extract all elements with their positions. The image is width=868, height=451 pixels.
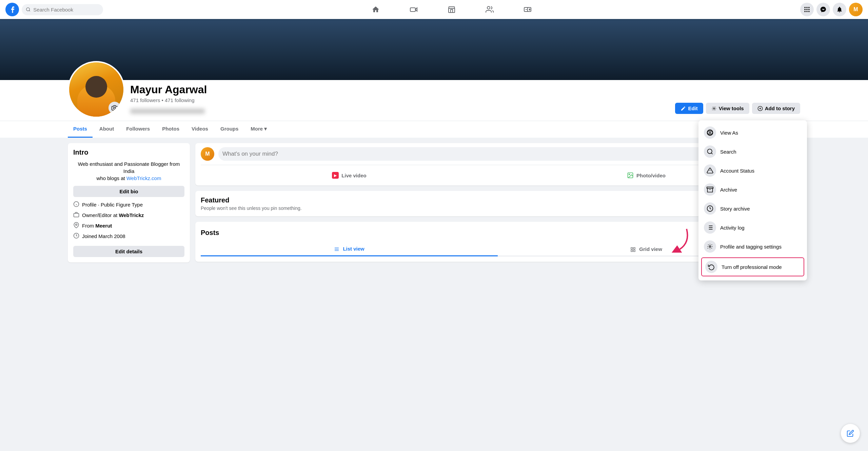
navbar-center xyxy=(106,1,797,18)
svg-rect-18 xyxy=(806,11,807,12)
view-as-icon xyxy=(704,126,716,139)
svg-point-21 xyxy=(713,108,715,109)
svg-rect-42 xyxy=(631,250,633,252)
archive-icon xyxy=(704,183,716,196)
tab-about[interactable]: About xyxy=(94,121,119,138)
nav-gaming[interactable] xyxy=(509,1,547,18)
profile-actions: Edit View tools Add to story xyxy=(675,103,800,118)
menu-item-account-status[interactable]: Account Status xyxy=(698,161,807,180)
profile-section: Mayur Agarwal 471 followers • 471 follow… xyxy=(0,80,868,118)
archive-label: Archive xyxy=(720,187,737,193)
story-archive-icon xyxy=(704,202,716,215)
view-tools-button[interactable]: View tools xyxy=(706,103,749,114)
menu-item-view-as[interactable]: View As xyxy=(698,123,807,142)
info-profile-type: Profile · Public Figure Type xyxy=(73,201,184,208)
live-video-button[interactable]: ▶ Live video xyxy=(201,169,498,181)
svg-point-10 xyxy=(529,9,530,10)
cover-area xyxy=(0,19,868,80)
svg-rect-19 xyxy=(808,11,809,12)
turn-off-pro-label: Turn off professional mode xyxy=(722,264,782,270)
story-archive-label: Story archive xyxy=(720,206,750,212)
menu-item-turn-off-pro[interactable]: Turn off professional mode xyxy=(701,257,804,273)
work-icon xyxy=(73,212,79,219)
navbar-right: M xyxy=(800,3,863,16)
notifications-button[interactable] xyxy=(833,3,846,16)
user-avatar-button[interactable]: M xyxy=(849,3,863,16)
add-to-story-button[interactable]: Add to story xyxy=(752,103,800,114)
svg-line-2 xyxy=(29,11,30,12)
search-menu-icon xyxy=(704,145,716,158)
svg-rect-5 xyxy=(449,8,455,13)
menu-item-archive[interactable]: Archive xyxy=(698,180,807,199)
messenger-button[interactable] xyxy=(816,3,830,16)
menu-item-story-archive[interactable]: Story archive xyxy=(698,199,807,218)
svg-rect-50 xyxy=(707,187,713,189)
navbar: M xyxy=(0,0,868,19)
edit-bio-button[interactable]: Edit bio xyxy=(73,186,184,197)
posts-title: Posts xyxy=(201,229,219,237)
bio-link[interactable]: WebTrickz.com xyxy=(126,175,161,181)
activity-log-icon xyxy=(704,221,716,234)
tabs-list: Posts About Followers Photos Videos Grou… xyxy=(68,121,272,138)
profile-followers: 471 followers • 471 following xyxy=(130,97,670,103)
left-column: Intro Web enthusiast and Passionate Blog… xyxy=(68,143,190,268)
view-as-label: View As xyxy=(720,130,738,136)
svg-rect-11 xyxy=(805,7,806,8)
svg-rect-12 xyxy=(806,7,807,8)
tab-groups[interactable]: Groups xyxy=(215,121,244,138)
profile-name: Mayur Agarwal xyxy=(130,83,670,96)
edit-details-button[interactable]: Edit details xyxy=(73,246,184,257)
search-icon xyxy=(26,7,31,12)
search-input[interactable] xyxy=(33,7,99,13)
svg-point-33 xyxy=(629,174,630,175)
info-location: From Meerut xyxy=(73,222,184,229)
tab-posts[interactable]: Posts xyxy=(68,121,93,138)
svg-line-47 xyxy=(711,153,713,154)
live-icon: ▶ xyxy=(332,172,339,179)
profile-tagging-icon xyxy=(704,240,716,253)
menu-item-activity-log[interactable]: Activity log xyxy=(698,218,807,237)
tab-followers[interactable]: Followers xyxy=(121,121,155,138)
svg-point-6 xyxy=(487,6,490,9)
mini-avatar: M xyxy=(201,147,214,161)
edit-button[interactable]: Edit xyxy=(675,103,703,114)
info-joined: Joined March 2008 xyxy=(73,233,184,240)
svg-point-30 xyxy=(76,224,77,225)
menu-item-search[interactable]: Search xyxy=(698,142,807,161)
svg-rect-29 xyxy=(74,213,79,217)
profile-friends xyxy=(130,106,670,114)
info-work: Owner/Editor at WebTrickz xyxy=(73,212,184,219)
profile-info: Mayur Agarwal 471 followers • 471 follow… xyxy=(130,83,670,118)
svg-rect-43 xyxy=(633,250,635,252)
svg-rect-3 xyxy=(410,8,415,12)
svg-rect-14 xyxy=(805,9,806,10)
list-view-tab[interactable]: List view xyxy=(201,242,498,256)
svg-rect-41 xyxy=(633,248,635,249)
svg-point-1 xyxy=(26,8,30,11)
account-status-label: Account Status xyxy=(720,168,754,174)
nav-home[interactable] xyxy=(357,1,395,18)
intro-title: Intro xyxy=(73,149,184,156)
tab-photos[interactable]: Photos xyxy=(157,121,185,138)
svg-point-59 xyxy=(709,246,711,248)
turn-off-pro-icon xyxy=(705,261,717,273)
bio-text: Web enthusiast and Passionate Blogger fr… xyxy=(73,160,184,182)
tab-videos[interactable]: Videos xyxy=(186,121,214,138)
info-icon xyxy=(73,201,79,208)
search-bar[interactable] xyxy=(22,4,103,15)
svg-rect-40 xyxy=(631,248,633,249)
tab-more[interactable]: More ▾ xyxy=(245,121,272,138)
grid-button[interactable] xyxy=(800,3,814,16)
nav-video[interactable] xyxy=(395,1,433,18)
nav-groups[interactable] xyxy=(471,1,509,18)
nav-marketplace[interactable] xyxy=(433,1,471,18)
navbar-left xyxy=(5,3,103,16)
search-label: Search xyxy=(720,149,736,155)
intro-card: Intro Web enthusiast and Passionate Blog… xyxy=(68,143,190,262)
account-status-icon xyxy=(704,164,716,177)
clock-icon xyxy=(73,233,79,240)
facebook-logo[interactable] xyxy=(5,3,19,16)
profile-avatar-wrapper xyxy=(68,61,125,118)
menu-item-profile-tagging[interactable]: Profile and tagging settings xyxy=(698,237,807,256)
change-photo-button[interactable] xyxy=(108,102,121,114)
